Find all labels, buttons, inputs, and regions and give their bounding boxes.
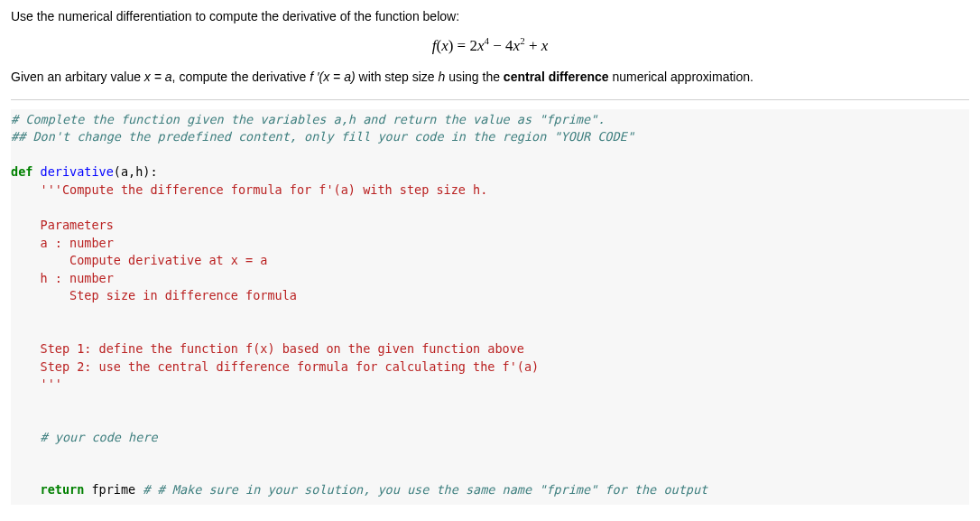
code-docstring-9: ''' xyxy=(11,377,62,391)
code-your-code-here: # your code here xyxy=(11,430,158,444)
code-block: # Complete the function given the variab… xyxy=(11,109,969,505)
code-comment-1: # Complete the function given the variab… xyxy=(11,112,605,126)
function-formula: f(x) = 2x4 − 4x2 + x xyxy=(11,35,969,55)
code-docstring-4: Compute derivative at x = a xyxy=(11,253,267,267)
code-return-keyword: return xyxy=(11,482,84,497)
formula-x2: x xyxy=(513,37,521,54)
code-docstring-3: a : number xyxy=(11,236,114,250)
formula-eq-2: ) = 2 xyxy=(448,37,477,54)
code-docstring-6: Step size in difference formula xyxy=(11,288,297,302)
code-def-keyword: def xyxy=(11,164,32,179)
instruction-line-2: Given an arbitary value x = a, compute t… xyxy=(11,68,969,87)
separator-rule xyxy=(11,99,969,100)
code-comment-2: ## Don't change the predefined content, … xyxy=(11,129,634,144)
text-using: using the xyxy=(445,70,504,84)
inline-fprime: f ′(x = a) xyxy=(310,70,355,84)
code-return-comment: # # Make sure in your solution, you use … xyxy=(143,482,707,497)
code-func-name: derivative xyxy=(32,164,113,179)
code-func-sig: (a,h): xyxy=(114,164,158,179)
formula-x3: x xyxy=(541,37,549,54)
code-docstring-2: Parameters xyxy=(11,218,114,232)
text-stepsize: with step size xyxy=(356,70,439,84)
instruction-line-1: Use the numerical differentiation to com… xyxy=(11,7,969,26)
inline-x-eq-a: x = a xyxy=(144,70,172,84)
text-tail: numerical approximation. xyxy=(609,70,753,84)
text-central-difference: central difference xyxy=(504,70,609,84)
text-compute: , compute the derivative xyxy=(172,70,310,84)
formula-plus: + xyxy=(525,37,541,54)
code-return-var: fprime xyxy=(84,482,143,497)
code-docstring-7: Step 1: define the function f(x) based o… xyxy=(11,341,524,356)
code-docstring-8: Step 2: use the central difference formu… xyxy=(11,359,539,374)
formula-x-arg: x xyxy=(441,37,448,54)
formula-minus4: − 4 xyxy=(489,37,513,54)
code-docstring-5: h : number xyxy=(11,271,114,285)
code-docstring-1: '''Compute the difference formula for f'… xyxy=(11,182,487,197)
text-given: Given an arbitary value xyxy=(11,70,144,84)
